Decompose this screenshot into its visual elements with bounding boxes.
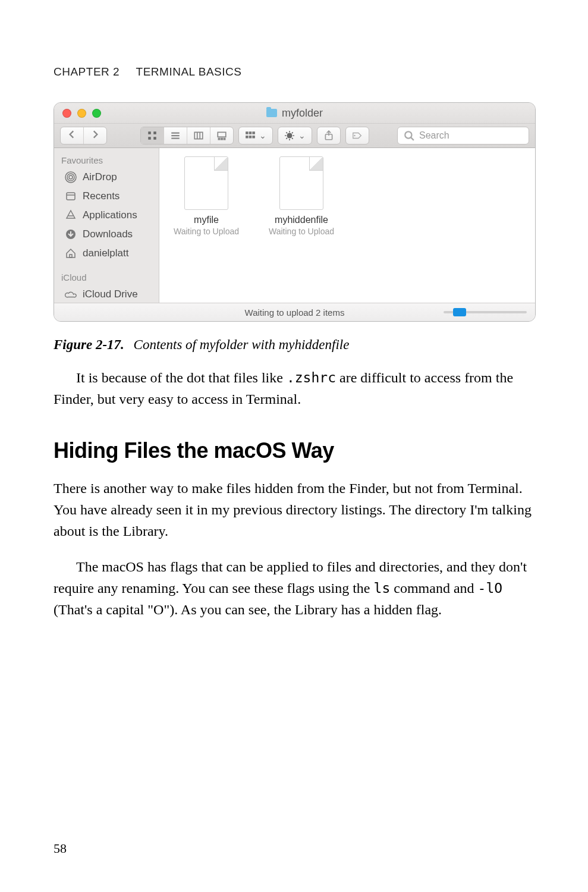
file-name: myfile [168,215,245,225]
sidebar-item-icloud-drive[interactable]: iCloud Drive [54,285,159,303]
inline-code: ls [374,580,391,596]
svg-rect-13 [224,139,225,140]
window-title: myfolder [282,107,323,120]
sidebar-item-label: danielplatt [83,247,129,259]
svg-rect-16 [252,131,255,134]
finder-window: myfolder [54,102,536,322]
sidebar-item-applications[interactable]: Applications [54,206,159,225]
svg-rect-17 [246,136,249,139]
svg-rect-18 [249,136,252,139]
sidebar-item-label: AirDrop [83,171,117,183]
minimize-window-button[interactable] [77,109,86,118]
search-placeholder: Search [419,130,449,141]
sidebar-section-icloud: iCloud [54,271,159,285]
svg-rect-3 [153,137,156,140]
file-name: myhiddenfile [263,215,340,225]
svg-rect-40 [70,255,72,257]
icloud-icon [65,288,77,300]
figure-label: Figure 2-17. [54,337,124,352]
inline-code: .zshrc [287,370,336,385]
svg-point-34 [67,174,74,181]
chapter-title: TERMINAL BASICS [136,65,242,78]
svg-point-33 [69,175,73,179]
svg-rect-36 [67,193,75,200]
svg-line-28 [292,132,293,133]
status-bar: Waiting to upload 2 items [54,303,535,321]
file-status: Waiting to Upload [263,227,340,236]
body-paragraph: It is because of the dot that files like… [54,367,534,410]
svg-rect-10 [218,132,226,137]
svg-rect-2 [148,137,151,140]
slider-knob[interactable] [453,308,466,316]
search-icon [404,130,414,141]
zoom-window-button[interactable] [92,109,101,118]
document-icon [279,156,323,210]
file-item[interactable]: myfile Waiting to Upload [168,156,245,236]
sidebar-item-label: Recents [83,190,120,202]
svg-line-25 [286,132,287,133]
running-head: CHAPTER 2 TERMINAL BASICS [54,65,534,78]
close-window-button[interactable] [62,109,71,118]
body-paragraph: There is another way to make files hidde… [54,478,534,542]
chapter-number: CHAPTER 2 [54,65,120,78]
figure-caption-text: Contents of myfolder with myhiddenfile [134,337,350,352]
column-view-button[interactable] [187,127,210,144]
list-view-button[interactable] [163,127,187,144]
gallery-view-button[interactable] [210,127,233,144]
sidebar-item-label: iCloud Drive [83,288,138,300]
svg-rect-7 [194,132,203,139]
svg-rect-15 [249,131,252,134]
body-paragraph: The macOS has flags that can be applied … [54,556,534,620]
sidebar-item-airdrop[interactable]: AirDrop [54,168,159,187]
svg-point-20 [287,133,293,139]
svg-rect-1 [153,131,156,134]
folder-icon [266,109,277,117]
svg-point-31 [405,131,411,138]
file-status: Waiting to Upload [168,227,245,236]
document-icon [184,156,228,210]
search-field[interactable]: Search [397,127,529,145]
status-text: Waiting to upload 2 items [245,307,345,318]
home-icon [65,247,77,259]
svg-point-30 [354,135,355,136]
figure-caption: Figure 2-17. Contents of myfolder with m… [54,337,534,353]
applications-icon [65,209,77,221]
sidebar: Favourites AirDrop Recents [54,148,159,303]
downloads-icon [65,228,77,240]
sidebar-item-downloads[interactable]: Downloads [54,225,159,244]
sidebar-item-label: Applications [83,209,137,221]
toolbar: ⌄ ⌄ Search [54,124,535,148]
svg-rect-12 [221,139,222,140]
icon-size-slider[interactable] [444,311,527,313]
svg-rect-0 [148,131,151,134]
group-by-button[interactable]: ⌄ [238,127,273,145]
svg-line-27 [286,138,287,139]
chevron-down-icon: ⌄ [298,131,306,140]
view-mode-segmented[interactable] [140,127,234,145]
sidebar-section-favourites: Favourites [54,154,159,168]
share-button[interactable] [317,127,341,145]
inline-code: -lO [478,580,503,596]
airdrop-icon [65,171,77,183]
nav-back-forward[interactable] [60,127,107,145]
svg-line-32 [411,137,414,140]
section-heading: Hiding Files the macOS Way [54,438,534,463]
titlebar: myfolder [54,103,535,124]
file-grid: myfile Waiting to Upload myhiddenfile Wa… [159,148,535,303]
recents-icon [65,190,77,202]
sidebar-item-recents[interactable]: Recents [54,187,159,206]
forward-icon [90,129,100,142]
svg-rect-11 [218,139,219,140]
action-menu-button[interactable]: ⌄ [278,127,312,145]
svg-line-26 [292,138,293,139]
file-item[interactable]: myhiddenfile Waiting to Upload [263,156,340,236]
sidebar-item-label: Downloads [83,228,133,240]
page-number: 58 [54,841,67,856]
tags-button[interactable] [345,127,369,145]
chevron-down-icon: ⌄ [259,131,266,140]
back-icon [67,129,77,142]
sidebar-item-home[interactable]: danielplatt [54,244,159,263]
svg-rect-19 [252,136,255,139]
icon-view-button[interactable] [141,127,163,144]
svg-rect-14 [246,131,249,134]
